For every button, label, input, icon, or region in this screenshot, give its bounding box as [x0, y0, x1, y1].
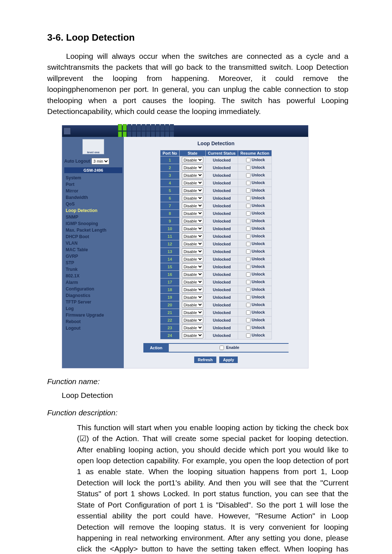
- state-select[interactable]: Disable: [182, 241, 203, 247]
- state-select[interactable]: Disable: [182, 325, 203, 331]
- state-select[interactable]: Disable: [182, 233, 203, 239]
- resume-cell: Unlock: [238, 271, 271, 278]
- sidebar-item-alarm[interactable]: Alarm: [63, 279, 124, 286]
- intro-paragraph: Looping will always occur when the switc…: [47, 51, 348, 117]
- state-select[interactable]: Disable: [182, 172, 203, 178]
- state-select[interactable]: Disable: [182, 264, 203, 270]
- unlock-checkbox[interactable]: [246, 242, 250, 246]
- port-led: [132, 124, 136, 131]
- resume-cell: Unlock: [238, 217, 271, 225]
- brand-logo: level one: [82, 139, 104, 154]
- table-row: 21DisableUnlockedUnlock: [160, 309, 271, 316]
- action-row: Action Enable: [143, 343, 289, 353]
- unlock-checkbox[interactable]: [246, 295, 250, 300]
- resume-cell: Unlock: [238, 240, 271, 248]
- state-select[interactable]: Disable: [182, 286, 203, 293]
- sidebar-item-firmware-upgrade[interactable]: Firmware Upgrade: [63, 312, 124, 318]
- state-select[interactable]: Disable: [182, 317, 203, 323]
- sidebar-item-dhcp-boot[interactable]: DHCP Boot: [63, 233, 124, 240]
- sidebar-item-reboot[interactable]: Reboot: [63, 318, 124, 325]
- status-cell: Unlocked: [206, 179, 238, 187]
- sidebar-item-igmp-snooping[interactable]: IGMP Snooping: [63, 220, 124, 227]
- table-row: 10DisableUnlockedUnlock: [160, 225, 271, 232]
- device-faceplate: [62, 125, 308, 137]
- state-select[interactable]: Disable: [182, 309, 203, 315]
- state-select[interactable]: Disable: [182, 271, 203, 277]
- unlock-checkbox[interactable]: [246, 333, 250, 338]
- unlock-checkbox[interactable]: [246, 272, 250, 277]
- sidebar-item-trunk[interactable]: Trunk: [63, 266, 124, 273]
- state-select[interactable]: Disable: [182, 332, 203, 338]
- state-select[interactable]: Disable: [182, 195, 203, 201]
- state-select[interactable]: Disable: [182, 180, 203, 186]
- state-cell: Disable: [180, 263, 205, 270]
- unlock-checkbox[interactable]: [246, 234, 250, 239]
- unlock-checkbox[interactable]: [246, 249, 250, 254]
- unlock-checkbox[interactable]: [246, 303, 250, 307]
- sidebar-item-port[interactable]: Port: [63, 181, 124, 188]
- port-led: [156, 124, 160, 131]
- resume-cell: Unlock: [238, 172, 271, 179]
- unlock-checkbox[interactable]: [246, 211, 250, 216]
- state-select[interactable]: Disable: [182, 218, 203, 224]
- sidebar-item-diagnostics[interactable]: Diagnostics: [63, 292, 124, 299]
- state-select[interactable]: Disable: [182, 302, 203, 308]
- state-select[interactable]: Disable: [182, 248, 203, 254]
- sidebar-item-logout[interactable]: Logout: [63, 325, 124, 331]
- sidebar-item-802-1x[interactable]: 802.1X: [63, 273, 124, 279]
- state-select[interactable]: Disable: [182, 279, 203, 285]
- state-select[interactable]: Disable: [182, 187, 203, 194]
- sidebar-item-bandwidth[interactable]: Bandwidth: [63, 194, 124, 201]
- port-number: 24: [160, 332, 179, 339]
- sidebar-nav: SystemPortMirrorBandwidthQoSLoop Detecti…: [63, 175, 124, 331]
- sidebar-item-configuration[interactable]: Configuration: [63, 286, 124, 292]
- unlock-checkbox[interactable]: [246, 227, 250, 231]
- auto-logout-select[interactable]: 3 min: [91, 158, 109, 164]
- sidebar-item-mirror[interactable]: Mirror: [63, 188, 124, 194]
- action-enable-checkbox[interactable]: [220, 346, 224, 350]
- unlock-checkbox[interactable]: [246, 219, 250, 223]
- port-number: 5: [160, 187, 179, 194]
- status-cell: Unlocked: [206, 332, 238, 339]
- table-row: 11DisableUnlockedUnlock: [160, 233, 271, 240]
- table-row: 19DisableUnlockedUnlock: [160, 294, 271, 301]
- unlock-checkbox[interactable]: [246, 158, 250, 162]
- unlock-checkbox[interactable]: [246, 173, 250, 178]
- port-number: 2: [160, 164, 179, 171]
- unlock-checkbox[interactable]: [246, 166, 250, 170]
- sidebar-item-vlan[interactable]: VLAN: [63, 240, 124, 247]
- unlock-checkbox[interactable]: [246, 181, 250, 185]
- unlock-checkbox[interactable]: [246, 310, 250, 315]
- unlock-checkbox[interactable]: [246, 204, 250, 208]
- sidebar-item-snmp[interactable]: SNMP: [63, 214, 124, 220]
- state-select[interactable]: Disable: [182, 210, 203, 216]
- state-select[interactable]: Disable: [182, 203, 203, 209]
- refresh-button[interactable]: Refresh: [194, 357, 216, 363]
- unlock-label: Unlock: [252, 310, 265, 314]
- sidebar-item-mac-table[interactable]: MAC Table: [63, 247, 124, 253]
- sidebar-item-tftp-server[interactable]: TFTP Server: [63, 299, 124, 305]
- unlock-checkbox[interactable]: [246, 188, 250, 193]
- unlock-checkbox[interactable]: [246, 265, 250, 269]
- unlock-checkbox[interactable]: [246, 196, 250, 200]
- unlock-checkbox[interactable]: [246, 288, 250, 292]
- state-select[interactable]: Disable: [182, 157, 203, 163]
- sidebar-item-system[interactable]: System: [63, 175, 124, 181]
- sidebar-item-max-packet-length[interactable]: Max. Packet Length: [63, 227, 124, 233]
- sidebar-item-loop-detection[interactable]: Loop Detection: [63, 207, 124, 214]
- state-select[interactable]: Disable: [182, 225, 203, 232]
- apply-button[interactable]: Apply: [219, 357, 238, 363]
- unlock-label: Unlock: [252, 234, 265, 238]
- unlock-checkbox[interactable]: [246, 257, 250, 261]
- sidebar-item-qos[interactable]: QoS: [63, 201, 124, 207]
- table-row: 20DisableUnlockedUnlock: [160, 301, 271, 309]
- state-select[interactable]: Disable: [182, 256, 203, 262]
- state-select[interactable]: Disable: [182, 164, 203, 171]
- unlock-checkbox[interactable]: [246, 326, 250, 330]
- sidebar-item-gvrp[interactable]: GVRP: [63, 253, 124, 260]
- unlock-checkbox[interactable]: [246, 280, 250, 284]
- sidebar-item-log[interactable]: Log: [63, 305, 124, 312]
- state-select[interactable]: Disable: [182, 294, 203, 300]
- sidebar-item-stp[interactable]: STP: [63, 260, 124, 266]
- unlock-checkbox[interactable]: [246, 318, 250, 322]
